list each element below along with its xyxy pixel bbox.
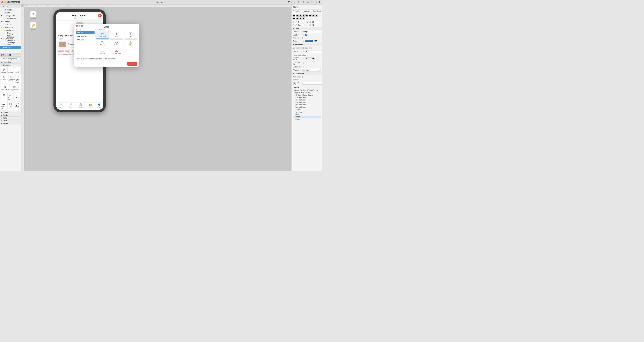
outline-item-image[interactable]: Image [293,116,321,118]
align-bottom-icon[interactable]: ⬤ [309,14,312,16]
settings-widget[interactable]: ⚙ Settings [29,11,37,19]
cmd-show-hide[interactable]: Show / Hide [96,31,109,39]
dialog-maximize[interactable] [81,25,83,27]
y-input[interactable] [297,24,304,26]
trigger-onclick[interactable]: OnClick [76,31,94,34]
caption-input[interactable] [302,30,322,33]
w-input[interactable] [312,21,319,23]
tree-item-assistance-group[interactable]: ▼ 📁 Assistance [0,26,21,29]
toolbar-icon-4[interactable]: ✂ [296,1,297,3]
outline-item-shape-2[interactable]: Shape [293,118,321,120]
comp-list[interactable]: ☰ List [1,93,7,101]
visible-checkbox[interactable] [305,34,307,36]
align-icon-a[interactable]: ⬤ [292,17,296,20]
trigger-onlongclick[interactable]: OnLongClick [76,35,94,38]
search-input[interactable] [1,57,20,60]
tree-item-detail[interactable]: 📄 Detail [0,11,21,14]
nav-item-discovery[interactable]: 🔍 Discovery [58,103,64,108]
shape-hex[interactable]: ⬡ [302,47,305,49]
exturl-input[interactable] [302,82,322,84]
settings-circle-icon[interactable]: ⚙ [98,14,102,17]
tree-item-leave[interactable]: 📄 Leave A Message [0,34,21,37]
comp-label-text[interactable]: 🏷 Label Text Input [16,74,21,84]
tree-item-search[interactable]: ▶ 📁 Search [0,20,21,23]
x-input[interactable] [297,21,304,23]
trigger-onload[interactable]: OnLoad [76,38,94,41]
pct-radius-checkbox[interactable] [307,54,309,56]
sort-icon[interactable]: ↕ [7,5,8,7]
close-button[interactable] [1,1,3,3]
tree-item-calendar[interactable]: 📄 Calendar [0,8,21,11]
autosize-checkbox[interactable] [302,37,304,39]
comp-radio-group[interactable]: ◉◉ RadioButton Group [10,84,18,92]
hflip-checkbox[interactable] [305,62,307,64]
shape-star[interactable]: ☆ [309,47,312,49]
section-static[interactable]: ▶ Static [0,117,21,119]
outline-item-2[interactable]: ▶ Sign In (Popup Panel) [293,91,321,94]
cmd-resize[interactable]: Resize [96,39,109,47]
toolbar-icon-user[interactable]: 👤 [318,1,321,3]
app-name-badge[interactable]: Musement ▾ [8,1,20,3]
cmd-set-text[interactable]: T Set Text [96,48,109,55]
align-left-icon[interactable]: ⬤ [292,14,296,16]
opacity-slider[interactable] [305,40,313,42]
section-mobile[interactable]: ▶ Mobile [0,114,21,117]
toolbar-icon-1[interactable]: 💾 [288,1,290,3]
star2-icon[interactable]: ★ [7,54,9,56]
collapse-all-icon[interactable]: ⊟ [6,5,7,7]
toolbar-icon-help[interactable]: ❓ [315,1,318,3]
section-layout[interactable]: ▶ Layout [0,111,21,114]
tree-item-profile[interactable]: 📄 Profile ● [0,46,21,49]
cmd-zoom[interactable]: Zoom [124,31,137,39]
align-middle-icon[interactable]: ⬤ [306,14,308,16]
comp-gif[interactable]: 🎞 Gif [8,102,14,110]
tree-item-rome[interactable]: 📄 Rome [0,23,21,26]
comp-checkbox-group[interactable]: ☑☑ Checkbox Group [8,74,15,84]
align-top-icon[interactable]: ⬤ [302,14,305,16]
tree-item-amsterdam[interactable]: 📄 Amsterdam [0,17,21,20]
toolbar-icon-7[interactable]: 🗑 [302,1,304,3]
radius-input[interactable] [305,50,322,53]
signin-widget[interactable]: 🔑 Sign In [29,22,37,30]
comp-radio[interactable]: ◉ RadioButton [1,84,10,92]
shape-rect[interactable]: □ [292,47,296,49]
star-icon[interactable]: ☆ [5,54,7,56]
outline-item-label[interactable]: Label [293,113,321,116]
nav-item-tickets[interactable]: 🎫 Tickets [88,103,92,108]
grid-icon[interactable]: ⊞ [9,54,11,56]
align-right-icon[interactable]: ⬤ [299,14,302,16]
toolbar-icon-3[interactable]: ↪ [293,1,295,3]
comp-button-bar[interactable]: ⊡⊡ Button Bar [8,93,14,101]
markup-checkbox[interactable] [302,76,304,78]
minimize-button[interactable] [4,1,6,3]
comp-menu[interactable]: ≡ Menu [14,93,20,101]
comp-hrule[interactable]: ─ H.Rule [8,67,14,74]
comp-hotspot[interactable]: ⊕ Hotspot [1,67,7,74]
outline-item-icon-label-5[interactable]: Icon and Label [293,106,321,108]
section-extension[interactable]: ▼ Extension [0,64,21,66]
section-chart[interactable]: ▶ Chart [0,119,21,122]
toolbar-icon-link[interactable]: 🔗 [310,1,312,3]
toolbar-icon-2[interactable]: ↩ [291,1,293,3]
align-icon-b[interactable]: ⬤ [296,17,299,20]
outline-item-1[interactable]: ▶ Come On Board (Popup Panel) [293,89,321,91]
nav-item-assistance[interactable]: 💬 Assistance [78,103,84,108]
vflip-checkbox[interactable] [305,66,307,68]
distribute-v-icon[interactable]: ⬤ [315,14,318,16]
expand-icon[interactable]: ≡ [3,5,4,7]
tree-item-change-city[interactable]: ▼ 📁 Change City [0,14,21,17]
tree-item-assistance[interactable]: ▼ 📁 Assistance [0,29,21,31]
cmd-set-color[interactable]: Set Color [124,39,137,47]
comp-menu-bar[interactable]: ▬ Menu Bar [1,102,7,110]
shape-circle[interactable]: ○ [296,47,299,49]
cmd-move[interactable]: Move [110,31,123,39]
tree-item-become[interactable]: 📄 Become A Concierge [0,40,21,43]
align-center-icon[interactable]: ⬤ [296,14,299,16]
toolbar-icon-5[interactable]: ⊕ [298,1,300,3]
toolbar-icon-play[interactable]: ▶ [308,1,309,3]
rotation-select[interactable]: 0° 90° 180° 270° [305,57,314,60]
comp-combo[interactable]: ⊞ ComboBox [19,84,21,92]
nav-item-profile[interactable]: 👤 Profile [97,103,101,108]
tab-interactions[interactable]: Interactions [302,9,312,13]
section-interaction[interactable]: ▶ Interaction [0,61,21,64]
